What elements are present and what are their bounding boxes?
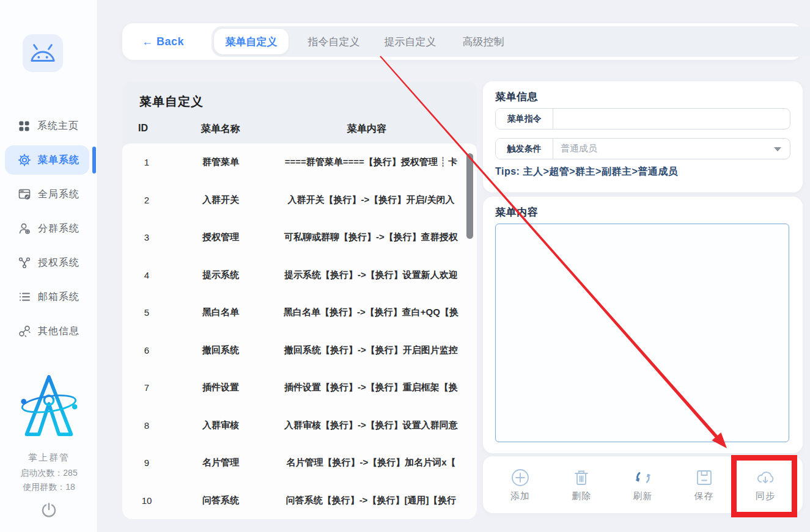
tab-bar: 菜单自定义 指令自定义 提示自定义 高级控制 (212, 26, 810, 57)
row-content: 入群开关【换行】->【换行】开启/关闭入 (275, 194, 467, 206)
menu-content-panel: 菜单内容 (483, 197, 803, 453)
row-name: 撤回系统 (175, 344, 267, 356)
menu-command-input[interactable] (553, 109, 790, 129)
sync-button[interactable]: 同步 (745, 468, 786, 502)
refresh-icon (633, 468, 653, 487)
sidebar-item-auth-system[interactable]: 授权系统 (0, 252, 98, 274)
brand-name: 掌上群管 (0, 452, 98, 464)
sidebar-item-label: 全局系统 (38, 188, 79, 201)
menu-table-panel: 菜单自定义 ID 菜单名称 菜单内容 1 群管菜单 ====群管菜单====【换… (122, 81, 477, 519)
save-icon (694, 468, 714, 487)
tab-menu-custom[interactable]: 菜单自定义 (214, 29, 289, 54)
tips-text: Tips: 主人>超管>群主>副群主>普通成员 (495, 166, 678, 178)
cloud-sync-icon (755, 468, 776, 487)
menu-command-label: 菜单指令 (496, 109, 553, 129)
back-button[interactable]: ← Back (142, 23, 184, 60)
add-circle-icon (510, 468, 530, 487)
power-icon (41, 502, 57, 518)
table-title: 菜单自定义 (139, 93, 204, 110)
android-icon (29, 43, 57, 64)
tab-advanced-control[interactable]: 高级控制 (451, 26, 515, 57)
sidebar-item-label: 授权系统 (38, 257, 79, 269)
brand-logo (20, 373, 78, 441)
table-row[interactable]: 7 插件设置 插件设置【换行】->【换行】重启框架【换 (122, 369, 477, 407)
delete-button[interactable]: 删除 (561, 468, 602, 502)
column-header-name: 菜单名称 (175, 123, 267, 136)
action-toolbar: 添加 删除 刷新 (483, 456, 803, 513)
trigger-condition-select[interactable]: 普通成员 (553, 139, 790, 159)
table-scrollbar-thumb[interactable] (466, 153, 473, 239)
table-row[interactable]: 1 群管菜单 ====群管菜单====【换行】授权管理 ┊ 卡 (122, 144, 477, 181)
row-content: 问答系统【换行】->【换行】[通用]【换行 (275, 495, 467, 506)
sidebar: 系统主页 菜单系统 全局系统 (0, 0, 98, 532)
row-content: 可私聊或群聊【换行】->【换行】查群授权 (275, 231, 467, 243)
group-count: 使用群数：18 (0, 482, 98, 493)
column-header-content: 菜单内容 (293, 123, 440, 136)
row-content: 撤回系统【换行】->【换行】开启图片监控 (275, 344, 467, 356)
sidebar-item-label: 系统主页 (37, 120, 79, 133)
power-button[interactable] (41, 502, 57, 518)
row-content: 入群审核【换行】->【换行】设置入群同意 (275, 420, 467, 431)
sidebar-item-group-system[interactable]: 分群系统 (0, 217, 98, 239)
grid-icon (18, 120, 30, 132)
top-bar: ← Back 菜单自定义 指令自定义 提示自定义 高级控制 (122, 23, 802, 60)
table-row[interactable]: 2 入群开关 入群开关【换行】->【换行】开启/关闭入 (122, 181, 477, 219)
button-label: 同步 (756, 490, 775, 502)
table-row[interactable]: 6 撤回系统 撤回系统【换行】->【换行】开启图片监控 (122, 332, 477, 370)
app-logo-button[interactable] (23, 34, 63, 72)
sidebar-item-label: 分群系统 (38, 222, 79, 235)
row-content: ====群管菜单====【换行】授权管理 ┊ 卡 (275, 156, 467, 168)
row-name: 问答系统 (175, 495, 267, 506)
sidebar-item-global-system[interactable]: 全局系统 (0, 183, 98, 205)
row-id: 7 (133, 382, 160, 393)
link-icon (18, 325, 31, 337)
menu-content-textarea[interactable] (495, 224, 789, 442)
share-icon (18, 257, 31, 269)
save-button[interactable]: 保存 (684, 468, 724, 502)
menu-info-title: 菜单信息 (495, 90, 538, 104)
row-name: 名片管理 (175, 457, 267, 468)
row-id: 4 (133, 270, 160, 280)
menu-info-panel: 菜单信息 菜单指令 触发条件 普通成员 Tips: 主人>超管>群主>副群主>普… (483, 81, 803, 192)
gear-icon (18, 154, 31, 166)
trigger-condition-value: 普通成员 (561, 143, 597, 155)
sidebar-item-mail-system[interactable]: 邮箱系统 (0, 286, 98, 308)
row-id: 6 (133, 345, 160, 355)
add-button[interactable]: 添加 (500, 468, 540, 502)
table-row[interactable]: 8 入群审核 入群审核【换行】->【换行】设置入群同意 (122, 407, 477, 445)
row-id: 1 (133, 157, 160, 167)
active-item-indicator (92, 147, 96, 173)
row-name: 插件设置 (175, 382, 267, 393)
row-name: 黑白名单 (175, 307, 267, 318)
row-content: 黑白名单【换行】->【换行】查白+QQ【换 (275, 307, 467, 318)
table-row[interactable]: 9 名片管理 名片管理【换行】->【换行】加名片词x【 (122, 444, 477, 482)
row-name: 授权管理 (175, 231, 267, 243)
column-header-id: ID (138, 123, 165, 134)
sidebar-item-other-info[interactable]: 其他信息 (0, 320, 98, 342)
sidebar-item-label: 邮箱系统 (38, 291, 79, 304)
user-icon (18, 222, 31, 235)
menu-command-group: 菜单指令 (495, 108, 790, 129)
trigger-condition-label: 触发条件 (496, 139, 553, 159)
sidebar-item-menu-system[interactable]: 菜单系统 (5, 145, 89, 175)
row-content: 提示系统【换行】->【换行】设置新人欢迎 (275, 269, 467, 281)
sidebar-item-label: 其他信息 (38, 325, 79, 338)
tab-command-custom[interactable]: 指令自定义 (297, 26, 370, 57)
sidebar-item-label: 菜单系统 (38, 154, 79, 167)
row-name: 入群开关 (175, 194, 267, 206)
button-label: 删除 (572, 490, 591, 502)
table-rows: 1 群管菜单 ====群管菜单====【换行】授权管理 ┊ 卡 2 入群开关 入… (122, 144, 477, 519)
table-row[interactable]: 5 黑白名单 黑白名单【换行】->【换行】查白+QQ【换 (122, 294, 477, 332)
row-name: 群管菜单 (175, 156, 267, 168)
row-id: 10 (133, 495, 160, 506)
tab-tip-custom[interactable]: 提示自定义 (374, 26, 447, 57)
chevron-down-icon (774, 147, 781, 151)
button-label: 保存 (694, 490, 714, 502)
table-row[interactable]: 10 问答系统 问答系统【换行】->【换行】[通用]【换行 (122, 482, 477, 520)
boot-count: 启动次数：285 (0, 468, 98, 479)
table-row[interactable]: 4 提示系统 提示系统【换行】->【换行】设置新人欢迎 (122, 257, 477, 294)
sidebar-item-home[interactable]: 系统主页 (0, 115, 98, 137)
refresh-button[interactable]: 刷新 (623, 468, 663, 502)
list-icon (18, 291, 31, 303)
table-row[interactable]: 3 授权管理 可私聊或群聊【换行】->【换行】查群授权 (122, 219, 477, 257)
